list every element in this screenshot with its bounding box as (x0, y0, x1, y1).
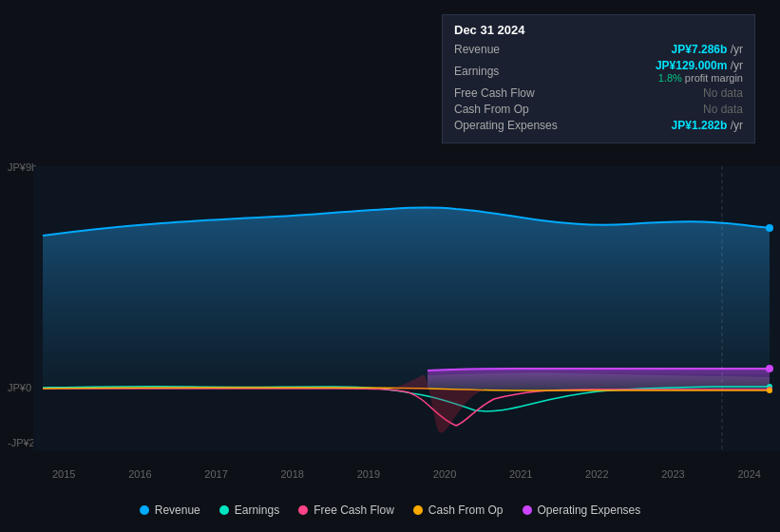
legend-dot-revenue (140, 505, 149, 515)
legend-label-earnings: Earnings (235, 504, 279, 517)
tooltip-row-earnings: Earnings JP¥129.000m /yr 1.8% profit mar… (454, 59, 743, 84)
legend-opexp[interactable]: Operating Expenses (523, 504, 641, 517)
x-label-2019: 2019 (357, 468, 380, 480)
tooltip-row-cashop: Cash From Op No data (454, 103, 743, 116)
tooltip-value-cashop: No data (703, 103, 743, 116)
legend-revenue[interactable]: Revenue (140, 504, 200, 517)
legend-label-fcf: Free Cash Flow (314, 504, 394, 517)
x-label-2023: 2023 (661, 468, 684, 480)
svg-point-5 (767, 388, 772, 393)
tooltip-value-opexp: JP¥1.282b /yr (672, 119, 743, 132)
svg-point-1 (766, 224, 773, 232)
tooltip-value-earnings: JP¥129.000m /yr (656, 59, 743, 72)
legend-label-revenue: Revenue (155, 504, 200, 517)
x-label-2024: 2024 (737, 468, 760, 480)
tooltip-value-fcf: No data (703, 86, 743, 100)
legend-label-cashop: Cash From Op (428, 504, 504, 517)
legend-fcf[interactable]: Free Cash Flow (298, 504, 394, 517)
tooltip-date: Dec 31 2024 (454, 23, 743, 37)
legend-dot-cashop (413, 505, 423, 515)
x-label-2022: 2022 (585, 468, 608, 480)
svg-point-2 (766, 365, 773, 372)
tooltip-row-revenue: Revenue JP¥7.286b /yr (454, 43, 743, 56)
x-label-2020: 2020 (433, 468, 456, 480)
x-label-2021: 2021 (509, 468, 532, 480)
tooltip-label-revenue: Revenue (454, 43, 568, 56)
x-label-2015: 2015 (52, 468, 75, 480)
legend-dot-fcf (298, 505, 308, 515)
x-label-2017: 2017 (204, 468, 227, 480)
chart-legend: Revenue Earnings Free Cash Flow Cash Fro… (0, 498, 780, 522)
tooltip-label-opexp: Operating Expenses (454, 119, 568, 132)
tooltip-label-cashop: Cash From Op (454, 103, 568, 116)
tooltip-label-fcf: Free Cash Flow (454, 86, 568, 100)
legend-cashop[interactable]: Cash From Op (413, 504, 504, 517)
tooltip-value-revenue: JP¥7.286b /yr (672, 43, 743, 56)
tooltip-row-fcf: Free Cash Flow No data (454, 86, 743, 100)
tooltip-label-earnings: Earnings (454, 65, 568, 78)
x-label-2018: 2018 (280, 468, 303, 480)
legend-label-opexp: Operating Expenses (538, 504, 641, 517)
legend-dot-earnings (219, 505, 229, 515)
tooltip-box: Dec 31 2024 Revenue JP¥7.286b /yr Earnin… (442, 14, 755, 143)
x-label-2016: 2016 (128, 468, 151, 480)
tooltip-row-opexp: Operating Expenses JP¥1.282b /yr (454, 119, 743, 132)
tooltip-profit-margin: 1.8% profit margin (656, 72, 743, 84)
legend-dot-opexp (523, 505, 532, 515)
legend-earnings[interactable]: Earnings (219, 504, 279, 517)
chart-container: JP¥9b JP¥0 -JP¥2b (0, 0, 780, 532)
